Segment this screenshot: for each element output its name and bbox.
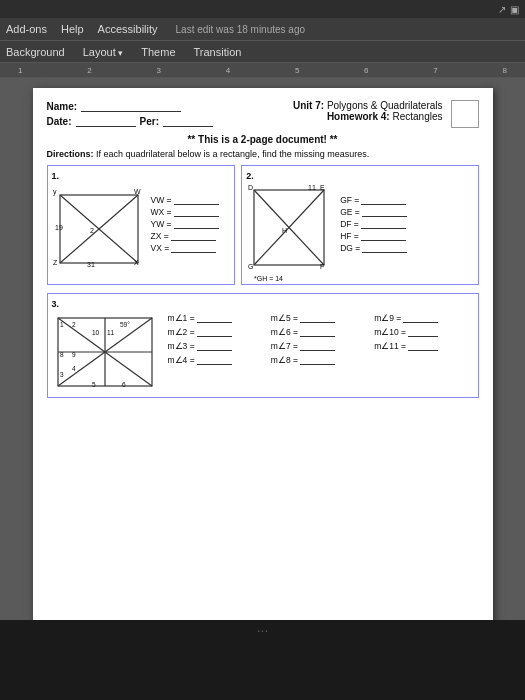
prob1-measures: VW = WX = YW =	[151, 185, 219, 255]
prob2-num: 2.	[246, 171, 254, 181]
svg-text:5: 5	[92, 381, 96, 388]
date-label: Date:	[47, 116, 72, 127]
meas-YW: YW =	[151, 219, 219, 229]
toolbar: Background Layout Theme Transition	[0, 40, 525, 62]
meas-GF: GF =	[340, 195, 407, 205]
name-date-block: Name: Date: Per:	[47, 100, 245, 130]
toolbar-background[interactable]: Background	[6, 46, 65, 58]
name-field[interactable]	[81, 100, 181, 112]
meas-angle10: m∠10 =	[374, 327, 473, 337]
svg-text:G: G	[248, 263, 253, 270]
doc-header: Name: Date: Per: Unit 7: Polygons & Quad…	[47, 100, 479, 130]
svg-text:y: y	[53, 188, 57, 196]
doc-area: Name: Date: Per: Unit 7: Polygons & Quad…	[0, 78, 525, 620]
svg-text:D: D	[248, 185, 253, 191]
name-label: Name:	[47, 101, 78, 112]
problem-1: 1. y W	[47, 165, 236, 285]
svg-text:2: 2	[72, 321, 76, 328]
hw-title-line: Homework 4: Rectangles	[245, 111, 443, 122]
svg-text:2: 2	[90, 227, 94, 234]
menu-help[interactable]: Help	[61, 23, 84, 35]
square-icon: ▣	[510, 4, 519, 15]
svg-text:31: 31	[87, 261, 95, 268]
last-edit: Last edit was 18 minutes ago	[176, 24, 306, 35]
meas-angle1: m∠1 =	[168, 313, 267, 323]
svg-text:F: F	[320, 263, 324, 270]
prob2-measures: GF = GE = DF =	[340, 185, 407, 255]
corner-box	[451, 100, 479, 128]
svg-text:19: 19	[55, 224, 63, 231]
prob1-figure: y W Z X 19 2 31	[52, 185, 147, 275]
per-label: Per:	[140, 116, 159, 127]
svg-text:X: X	[134, 259, 139, 266]
svg-text:3: 3	[60, 371, 64, 378]
meas-angle7: m∠7 =	[271, 341, 370, 351]
prob3-num: 3.	[52, 299, 60, 309]
top-chrome: ↗ ▣	[0, 0, 525, 18]
directions-text: If each quadrilateral below is a rectang…	[96, 149, 369, 159]
meas-WX: WX =	[151, 207, 219, 217]
toolbar-layout[interactable]: Layout	[83, 46, 124, 58]
meas-angle3: m∠3 =	[168, 341, 267, 351]
svg-text:6: 6	[122, 381, 126, 388]
unit-block: Unit 7: Polygons & Quadrilaterals Homewo…	[245, 100, 443, 122]
menu-bar: Add-ons Help Accessibility Last edit was…	[0, 18, 525, 40]
prob3-measures: m∠1 = m∠5 = m∠9 =	[168, 313, 474, 393]
meas-angle2: m∠2 =	[168, 327, 267, 337]
meas-angle9: m∠9 =	[374, 313, 473, 323]
screen: ↗ ▣ Add-ons Help Accessibility Last edit…	[0, 0, 525, 700]
svg-text:8: 8	[60, 351, 64, 358]
meas-VW: VW =	[151, 195, 219, 205]
svg-text:9: 9	[72, 351, 76, 358]
empty-cell	[374, 355, 473, 367]
meas-angle11: m∠11 =	[374, 341, 473, 351]
prob2-figure: D 11 E G F H *GH = 14	[246, 185, 336, 280]
svg-text:59°: 59°	[120, 321, 130, 328]
toolbar-transition[interactable]: Transition	[194, 46, 242, 58]
svg-text:Z: Z	[53, 259, 58, 266]
meas-DG: DG =	[340, 243, 407, 253]
meas-DF: DF =	[340, 219, 407, 229]
toolbar-theme[interactable]: Theme	[141, 46, 175, 58]
svg-text:W: W	[134, 188, 141, 195]
problem-3: 3.	[47, 293, 479, 398]
svg-text:11: 11	[107, 329, 115, 336]
svg-text:H: H	[282, 227, 287, 234]
date-line: Date: Per:	[47, 115, 245, 127]
name-line: Name:	[47, 100, 245, 112]
prob1-num: 1.	[52, 171, 60, 181]
prob3-svg: 1 2 10 11 59° 8 9 3 4 5 6	[52, 313, 162, 393]
meas-angle4: m∠4 =	[168, 355, 267, 365]
problem-2: 2. D 11	[241, 165, 478, 285]
meas-VX: VX =	[151, 243, 219, 253]
svg-text:11: 11	[308, 185, 316, 191]
center-title: ** This is a 2-page document! **	[47, 134, 479, 145]
svg-text:*GH = 14: *GH = 14	[254, 275, 283, 282]
meas-GE: GE =	[340, 207, 407, 217]
prob1-svg: y W Z X 19 2 31	[52, 185, 147, 275]
date-field[interactable]	[76, 115, 136, 127]
directions-label: Directions:	[47, 149, 94, 159]
ruler-marks: 1 2 3 4 5 6 7 8	[8, 66, 517, 75]
dots: ···	[0, 620, 525, 638]
prob2-svg: D 11 E G F H *GH = 14	[246, 185, 336, 285]
directions: Directions: If each quadrilateral below …	[47, 149, 479, 159]
problems-row-1-2: 1. y W	[47, 165, 479, 285]
svg-text:1: 1	[60, 321, 64, 328]
meas-angle5: m∠5 =	[271, 313, 370, 323]
svg-text:10: 10	[92, 329, 100, 336]
arrow-icon: ↗	[498, 4, 506, 15]
unit-title-line: Unit 7: Polygons & Quadrilaterals	[245, 100, 443, 111]
menu-accessibility[interactable]: Accessibility	[98, 23, 158, 35]
bottom-bar: ···	[0, 620, 525, 700]
svg-text:4: 4	[72, 365, 76, 372]
meas-HF: HF =	[340, 231, 407, 241]
meas-angle6: m∠6 =	[271, 327, 370, 337]
per-field[interactable]	[163, 115, 213, 127]
menu-addons[interactable]: Add-ons	[6, 23, 47, 35]
meas-angle8: m∠8 =	[271, 355, 370, 365]
svg-text:E: E	[320, 185, 325, 191]
meas-ZX: ZX =	[151, 231, 219, 241]
prob3-figure: 1 2 10 11 59° 8 9 3 4 5 6	[52, 313, 162, 393]
document: Name: Date: Per: Unit 7: Polygons & Quad…	[33, 88, 493, 620]
